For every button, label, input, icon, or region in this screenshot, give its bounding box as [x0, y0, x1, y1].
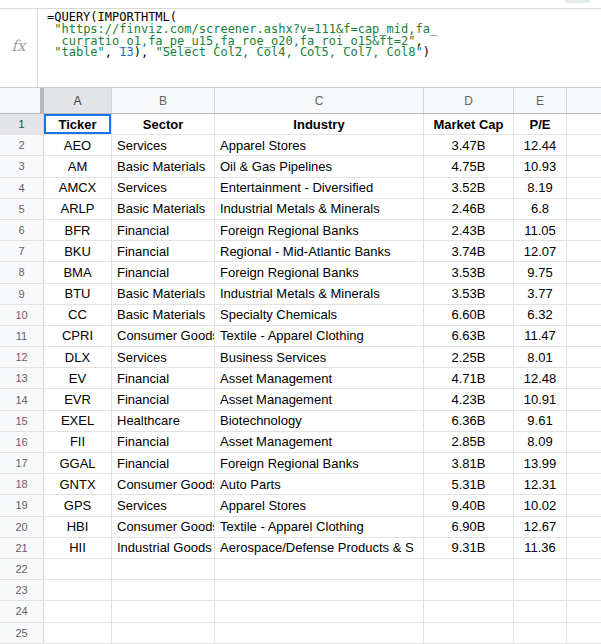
cell-F15[interactable] — [567, 411, 601, 431]
cell-A12[interactable]: DLX — [44, 347, 112, 367]
cell-E15[interactable]: 9.61 — [514, 411, 567, 431]
cell-E3[interactable]: 10.93 — [514, 156, 567, 176]
cell-A24[interactable] — [44, 601, 112, 621]
cell-B24[interactable] — [112, 601, 215, 621]
cell-D5[interactable]: 2.46B — [424, 199, 514, 219]
cell-D15[interactable]: 6.36B — [424, 411, 514, 431]
cell-E5[interactable]: 6.8 — [514, 199, 567, 219]
cell-C16[interactable]: Asset Management — [215, 432, 424, 452]
formula-input[interactable]: =QUERY(IMPORTHTML( "https://finviz.com/s… — [38, 9, 601, 87]
cell-E8[interactable]: 9.75 — [514, 262, 567, 282]
cell-F23[interactable] — [567, 580, 601, 600]
cell-A15[interactable]: EXEL — [44, 411, 112, 431]
cell-A20[interactable]: HBI — [44, 517, 112, 537]
cell-D25[interactable] — [424, 623, 514, 643]
cell-F19[interactable] — [567, 495, 601, 515]
cell-B5[interactable]: Basic Materials — [112, 199, 215, 219]
select-all-corner[interactable] — [0, 88, 44, 113]
cell-C22[interactable] — [215, 559, 424, 579]
cell-F9[interactable] — [567, 284, 601, 304]
cell-A22[interactable] — [44, 559, 112, 579]
row-header-7[interactable]: 7 — [0, 241, 44, 261]
cell-E19[interactable]: 10.02 — [514, 495, 567, 515]
row-header-8[interactable]: 8 — [0, 262, 44, 282]
cell-C9[interactable]: Industrial Metals & Minerals — [215, 284, 424, 304]
cell-F24[interactable] — [567, 601, 601, 621]
column-header-F[interactable] — [567, 88, 601, 113]
cell-D12[interactable]: 2.25B — [424, 347, 514, 367]
row-header-18[interactable]: 18 — [0, 474, 44, 494]
cell-D17[interactable]: 3.81B — [424, 453, 514, 473]
row-header-11[interactable]: 11 — [0, 326, 44, 346]
cell-D18[interactable]: 5.31B — [424, 474, 514, 494]
cell-F21[interactable] — [567, 538, 601, 558]
cell-E2[interactable]: 12.44 — [514, 135, 567, 155]
column-header-D[interactable]: D — [424, 88, 514, 113]
cell-B12[interactable]: Services — [112, 347, 215, 367]
cell-D11[interactable]: 6.63B — [424, 326, 514, 346]
row-header-10[interactable]: 10 — [0, 305, 44, 325]
cell-B8[interactable]: Financial — [112, 262, 215, 282]
cell-E16[interactable]: 8.09 — [514, 432, 567, 452]
cell-E17[interactable]: 13.99 — [514, 453, 567, 473]
cell-C1[interactable]: Industry — [215, 114, 424, 134]
cell-B23[interactable] — [112, 580, 215, 600]
cell-C20[interactable]: Textile - Apparel Clothing — [215, 517, 424, 537]
row-header-24[interactable]: 24 — [0, 601, 44, 621]
cell-E23[interactable] — [514, 580, 567, 600]
cell-A17[interactable]: GGAL — [44, 453, 112, 473]
cell-A5[interactable]: ARLP — [44, 199, 112, 219]
cell-B9[interactable]: Basic Materials — [112, 284, 215, 304]
cell-C10[interactable]: Specialty Chemicals — [215, 305, 424, 325]
row-header-14[interactable]: 14 — [0, 389, 44, 409]
cell-D14[interactable]: 4.23B — [424, 389, 514, 409]
row-header-17[interactable]: 17 — [0, 453, 44, 473]
cell-B20[interactable]: Consumer Goods — [112, 517, 215, 537]
cell-B1[interactable]: Sector — [112, 114, 215, 134]
cell-E4[interactable]: 8.19 — [514, 178, 567, 198]
row-header-6[interactable]: 6 — [0, 220, 44, 240]
row-header-1[interactable]: 1 — [0, 114, 44, 134]
cell-F4[interactable] — [567, 178, 601, 198]
cell-D2[interactable]: 3.47B — [424, 135, 514, 155]
cell-B7[interactable]: Financial — [112, 241, 215, 261]
cell-A7[interactable]: BKU — [44, 241, 112, 261]
cell-F1[interactable] — [567, 114, 601, 134]
cell-C5[interactable]: Industrial Metals & Minerals — [215, 199, 424, 219]
cell-C24[interactable] — [215, 601, 424, 621]
cell-E22[interactable] — [514, 559, 567, 579]
cell-E1[interactable]: P/E — [514, 114, 567, 134]
row-header-20[interactable]: 20 — [0, 517, 44, 537]
cell-B21[interactable]: Industrial Goods — [112, 538, 215, 558]
cell-B6[interactable]: Financial — [112, 220, 215, 240]
cell-D1[interactable]: Market Cap — [424, 114, 514, 134]
cell-F5[interactable] — [567, 199, 601, 219]
cell-C7[interactable]: Regional - Mid-Atlantic Banks — [215, 241, 424, 261]
cell-B13[interactable]: Financial — [112, 368, 215, 388]
cell-E14[interactable]: 10.91 — [514, 389, 567, 409]
cell-D3[interactable]: 4.75B — [424, 156, 514, 176]
row-header-13[interactable]: 13 — [0, 368, 44, 388]
cell-C25[interactable] — [215, 623, 424, 643]
cell-F2[interactable] — [567, 135, 601, 155]
cell-E21[interactable]: 11.36 — [514, 538, 567, 558]
cell-A23[interactable] — [44, 580, 112, 600]
cell-C12[interactable]: Business Services — [215, 347, 424, 367]
cell-E10[interactable]: 6.32 — [514, 305, 567, 325]
cell-E12[interactable]: 8.01 — [514, 347, 567, 367]
cell-D9[interactable]: 3.53B — [424, 284, 514, 304]
cell-F25[interactable] — [567, 623, 601, 643]
cell-E9[interactable]: 3.77 — [514, 284, 567, 304]
column-header-C[interactable]: C — [215, 88, 424, 113]
row-header-19[interactable]: 19 — [0, 495, 44, 515]
cell-A6[interactable]: BFR — [44, 220, 112, 240]
cell-B3[interactable]: Basic Materials — [112, 156, 215, 176]
cell-A14[interactable]: EVR — [44, 389, 112, 409]
column-header-A[interactable]: A — [44, 88, 112, 113]
column-header-E[interactable]: E — [514, 88, 567, 113]
row-header-4[interactable]: 4 — [0, 178, 44, 198]
cell-A1[interactable]: Ticker — [44, 114, 112, 134]
cell-F17[interactable] — [567, 453, 601, 473]
cell-F12[interactable] — [567, 347, 601, 367]
cell-C19[interactable]: Apparel Stores — [215, 495, 424, 515]
